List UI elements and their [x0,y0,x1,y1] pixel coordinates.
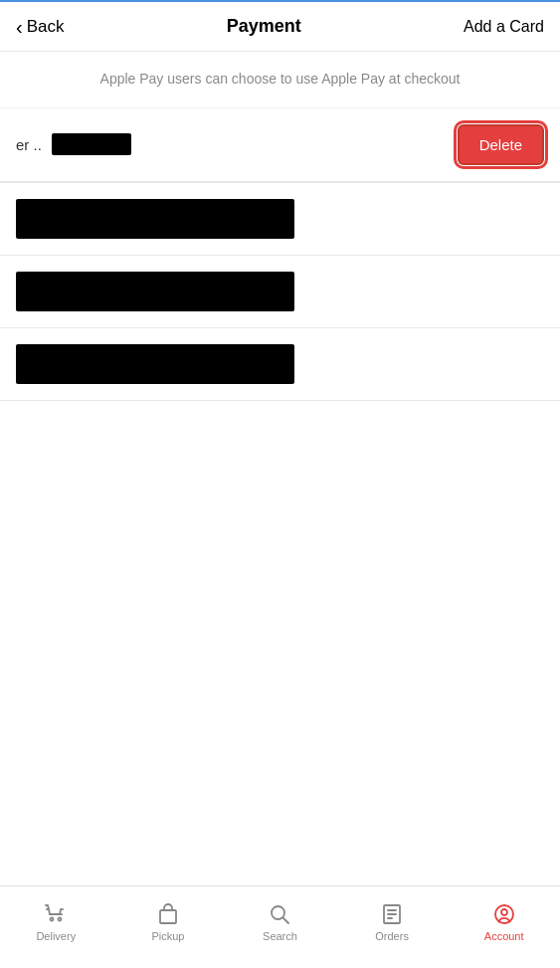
svg-rect-2 [160,910,176,923]
search-label: Search [263,930,297,942]
nav-item-orders[interactable]: Orders [336,902,449,942]
svg-point-0 [51,918,54,921]
svg-point-1 [59,918,62,921]
payment-item-redacted [16,199,294,239]
orders-label: Orders [375,930,409,942]
delivery-label: Delivery [36,930,76,942]
bottom-nav: Delivery Pickup Search Orders [0,885,560,968]
back-button[interactable]: ‹ Back [16,17,64,37]
card-row: er .. Delete [0,108,560,182]
card-prefix: er .. [16,136,42,153]
payment-item-redacted [16,272,294,311]
header: ‹ Back Payment Add a Card [0,2,560,52]
page-title: Payment [227,16,301,37]
pickup-icon [156,902,180,926]
pickup-label: Pickup [151,930,184,942]
delivery-icon [44,902,68,926]
payment-item[interactable] [0,256,560,328]
payment-item[interactable] [0,328,560,400]
card-section: er .. Delete [0,108,560,183]
nav-item-delivery[interactable]: Delivery [0,902,112,942]
add-card-button[interactable]: Add a Card [464,18,544,36]
svg-line-4 [283,918,289,924]
card-number-redacted [52,133,131,155]
payment-item[interactable] [0,183,560,256]
back-label: Back [27,17,65,37]
card-info: er .. [16,133,458,155]
payment-items-list [0,183,560,401]
nav-item-pickup[interactable]: Pickup [112,902,225,942]
chevron-left-icon: ‹ [16,17,23,37]
search-icon [268,902,291,926]
info-banner: Apple Pay users can choose to use Apple … [0,52,560,108]
svg-point-9 [495,905,513,923]
orders-icon [380,902,404,926]
svg-point-10 [501,909,507,915]
account-icon [492,902,516,926]
payment-item-redacted [16,344,294,384]
delete-button[interactable]: Delete [458,124,544,165]
nav-item-account[interactable]: Account [448,902,560,942]
info-text: Apple Pay users can choose to use Apple … [100,71,461,87]
nav-item-search[interactable]: Search [224,902,336,942]
account-label: Account [484,930,524,942]
